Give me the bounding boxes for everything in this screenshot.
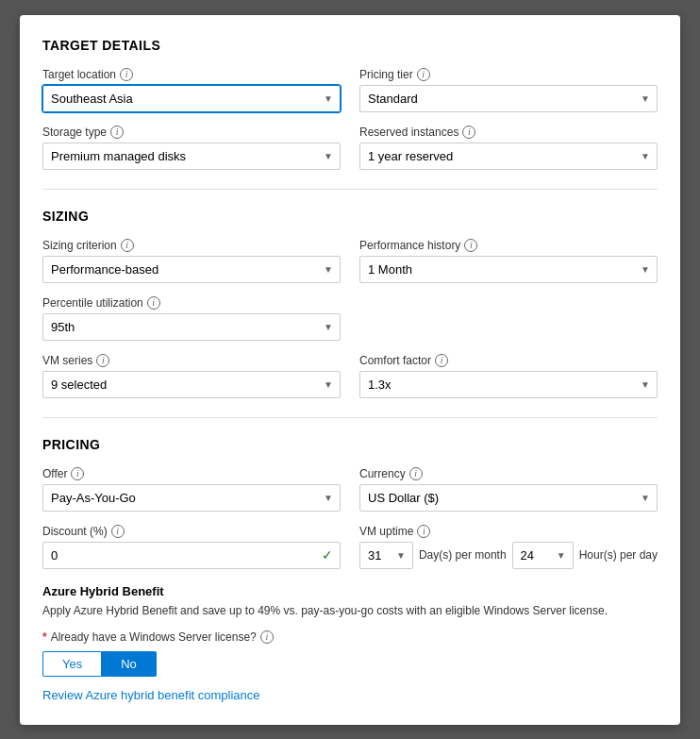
days-unit-label: Day(s) per month — [419, 548, 507, 562]
performance-history-group: Performance history i 1 Month 1 Day 1 We… — [359, 239, 658, 283]
sizing-criterion-label: Sizing criterion i — [42, 239, 341, 252]
sizing-title: SIZING — [42, 209, 658, 224]
comfort-factor-info-icon: i — [435, 354, 448, 367]
pricing-tier-select-wrapper: Standard Basic Free ▼ — [359, 85, 658, 112]
offer-group: Offer i Pay-As-You-Go Dev/Test Enterpris… — [42, 467, 341, 512]
discount-label: Discount (%) i — [42, 525, 341, 538]
offer-label: Offer i — [42, 467, 341, 480]
yes-no-buttons: Yes No — [42, 651, 658, 677]
required-star: * — [42, 630, 47, 644]
offer-select[interactable]: Pay-As-You-Go Dev/Test Enterprise Agreem… — [42, 484, 341, 512]
discount-input[interactable] — [42, 542, 341, 569]
windows-license-label: * Already have a Windows Server license?… — [42, 630, 658, 644]
vm-series-group: VM series i 9 selected ▼ — [42, 354, 341, 398]
sizing-criterion-info-icon: i — [121, 239, 134, 252]
azure-hybrid-desc: Apply Azure Hybrid Benefit and save up t… — [42, 602, 658, 619]
offer-select-wrapper: Pay-As-You-Go Dev/Test Enterprise Agreem… — [42, 484, 341, 512]
vm-uptime-label: VM uptime i — [359, 525, 658, 538]
pricing-tier-label: Pricing tier i — [359, 68, 658, 81]
review-link[interactable]: Review Azure hybrid benefit compliance — [42, 688, 260, 702]
vm-uptime-info-icon: i — [417, 525, 430, 538]
pricing-title: PRICING — [42, 437, 658, 452]
reserved-instances-info-icon: i — [462, 126, 475, 139]
performance-history-select-wrapper: 1 Month 1 Day 1 Week 2 Months ▼ — [359, 256, 658, 283]
target-location-info-icon: i — [120, 68, 133, 81]
percentile-utilization-info-icon: i — [147, 296, 160, 310]
target-row-2: Storage type i Premium managed disks Sta… — [42, 126, 658, 170]
vm-uptime-controls: 31 28 30 ▼ Day(s) per month 24 8 12 16 ▼ — [359, 542, 658, 569]
sizing-row-2: Percentile utilization i 95th 50th 90th … — [42, 296, 658, 341]
discount-check-icon: ✓ — [322, 547, 333, 563]
sizing-row-3: VM series i 9 selected ▼ Comfort factor … — [42, 354, 658, 398]
discount-input-wrapper: ✓ — [42, 542, 341, 569]
target-location-label: Target location i — [42, 68, 341, 81]
storage-type-label: Storage type i — [42, 126, 341, 139]
discount-group: Discount (%) i ✓ — [42, 525, 341, 569]
reserved-instances-select-wrapper: 1 year reserved 3 years reserved None ▼ — [359, 143, 658, 170]
performance-history-label: Performance history i — [359, 239, 658, 252]
offer-info-icon: i — [71, 467, 84, 480]
performance-history-info-icon: i — [464, 239, 477, 252]
pricing-tier-select[interactable]: Standard Basic Free — [359, 85, 658, 112]
storage-type-select[interactable]: Premium managed disks Standard managed d… — [42, 143, 341, 170]
currency-select-wrapper: US Dollar ($) Euro (€) British Pound (£)… — [359, 484, 658, 512]
comfort-factor-label: Comfort factor i — [359, 354, 658, 367]
vm-uptime-hours-select[interactable]: 24 8 12 16 — [512, 542, 574, 569]
percentile-utilization-label: Percentile utilization i — [42, 296, 341, 310]
percentile-utilization-select-wrapper: 95th 50th 90th 99th ▼ — [42, 313, 341, 341]
vm-uptime-hours-select-wrapper: 24 8 12 16 ▼ — [512, 542, 574, 569]
currency-group: Currency i US Dollar ($) Euro (€) Britis… — [359, 467, 658, 512]
comfort-factor-select-wrapper: 1.3x 1.0x 1.5x 2.0x ▼ — [359, 371, 658, 398]
no-button[interactable]: No — [102, 651, 157, 677]
sizing-row-1: Sizing criterion i Performance-based As … — [42, 239, 658, 283]
comfort-factor-group: Comfort factor i 1.3x 1.0x 1.5x 2.0x ▼ — [359, 354, 658, 398]
sizing-criterion-select[interactable]: Performance-based As on-premises — [42, 256, 341, 283]
pricing-row-1: Offer i Pay-As-You-Go Dev/Test Enterpris… — [42, 467, 658, 512]
vm-series-info-icon: i — [96, 354, 109, 367]
windows-license-info-icon: i — [260, 630, 274, 644]
vm-series-select[interactable]: 9 selected — [42, 371, 341, 398]
vm-uptime-group: VM uptime i 31 28 30 ▼ Day(s) per month … — [359, 525, 658, 569]
currency-select[interactable]: US Dollar ($) Euro (€) British Pound (£) — [359, 484, 658, 512]
discount-info-icon: i — [111, 525, 125, 538]
target-details-title: TARGET DETAILS — [42, 38, 658, 53]
divider-1 — [42, 189, 658, 190]
percentile-utilization-select[interactable]: 95th 50th 90th 99th — [42, 313, 341, 341]
main-panel: TARGET DETAILS Target location i Southea… — [20, 15, 680, 725]
sizing-criterion-group: Sizing criterion i Performance-based As … — [42, 239, 341, 283]
storage-type-group: Storage type i Premium managed disks Sta… — [42, 126, 341, 170]
hours-unit-label: Hour(s) per day — [579, 548, 658, 562]
azure-hybrid-section: Azure Hybrid Benefit Apply Azure Hybrid … — [42, 584, 658, 702]
yes-button[interactable]: Yes — [42, 651, 102, 677]
percentile-utilization-group: Percentile utilization i 95th 50th 90th … — [42, 296, 341, 341]
pricing-tier-group: Pricing tier i Standard Basic Free ▼ — [359, 68, 658, 112]
azure-hybrid-title: Azure Hybrid Benefit — [42, 584, 658, 598]
comfort-factor-select[interactable]: 1.3x 1.0x 1.5x 2.0x — [359, 371, 658, 398]
target-location-select[interactable]: Southeast Asia East US West Europe East … — [42, 85, 341, 112]
reserved-instances-select[interactable]: 1 year reserved 3 years reserved None — [359, 143, 658, 170]
target-location-group: Target location i Southeast Asia East US… — [42, 68, 341, 112]
empty-group-1 — [359, 296, 658, 341]
reserved-instances-label: Reserved instances i — [359, 126, 658, 139]
vm-series-label: VM series i — [42, 354, 341, 367]
target-row-1: Target location i Southeast Asia East US… — [42, 68, 658, 112]
pricing-row-2: Discount (%) i ✓ VM uptime i 31 28 30 — [42, 525, 658, 569]
storage-type-select-wrapper: Premium managed disks Standard managed d… — [42, 143, 341, 170]
sizing-criterion-select-wrapper: Performance-based As on-premises ▼ — [42, 256, 341, 283]
reserved-instances-group: Reserved instances i 1 year reserved 3 y… — [359, 126, 658, 170]
vm-uptime-days-select[interactable]: 31 28 30 — [359, 542, 413, 569]
divider-2 — [42, 417, 658, 418]
currency-label: Currency i — [359, 467, 658, 480]
vm-uptime-days-select-wrapper: 31 28 30 ▼ — [359, 542, 413, 569]
storage-type-info-icon: i — [110, 126, 124, 139]
vm-series-select-wrapper: 9 selected ▼ — [42, 371, 341, 398]
performance-history-select[interactable]: 1 Month 1 Day 1 Week 2 Months — [359, 256, 658, 283]
target-location-select-wrapper: Southeast Asia East US West Europe East … — [42, 85, 341, 112]
currency-info-icon: i — [409, 467, 423, 480]
pricing-tier-info-icon: i — [417, 68, 430, 81]
